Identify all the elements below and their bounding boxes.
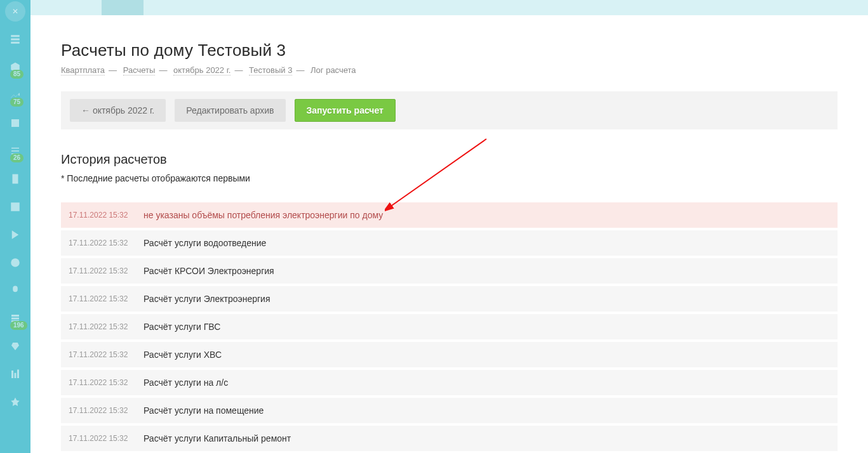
log-msg: Расчёт услуги Капитальный ремонт [144,433,291,443]
log-time: 17.11.2022 15:32 [69,322,144,331]
breadcrumb-4: Лог расчета [310,65,356,75]
log-time: 17.11.2022 15:32 [69,294,144,303]
run-calculation-button[interactable]: Запустить расчет [295,99,396,122]
sidebar-item-4[interactable]: 26 [0,137,30,165]
top-band [30,0,868,15]
sidebar-item-7[interactable] [0,221,30,249]
history-list: 17.11.2022 15:32не указаны объёмы потреб… [61,202,838,453]
log-msg: не указаны объёмы потребления электроэне… [144,210,383,220]
back-button[interactable]: ← октябрь 2022 г. [70,99,166,122]
log-time: 17.11.2022 15:32 [69,378,144,387]
sidebar-badge-0: 85 [10,70,23,79]
breadcrumb-2[interactable]: октябрь 2022 г. [173,65,230,76]
log-msg: Расчёт услуги на помещение [144,405,264,416]
sidebar-item-12[interactable] [0,360,30,388]
sidebar-item-9[interactable] [0,277,30,305]
sidebar-item-8[interactable] [0,249,30,277]
breadcrumb-0[interactable]: Квартплата [61,65,105,76]
edit-archive-button[interactable]: Редактировать архив [175,99,285,122]
log-msg: Расчёт услуги ГВС [144,322,220,332]
close-icon[interactable]: ✕ [5,1,25,22]
sidebar-item-6[interactable] [0,193,30,221]
log-time: 17.11.2022 15:32 [69,350,144,359]
log-time: 17.11.2022 15:32 [69,211,144,220]
sidebar-item-11[interactable] [0,332,30,360]
log-row[interactable]: 17.11.2022 15:32Расчёт услуги водоотведе… [61,230,838,256]
log-row[interactable]: 17.11.2022 15:32не указаны объёмы потреб… [61,202,838,228]
history-note: * Последние расчеты отображаются первыми [61,173,838,183]
sidebar-badge-3: 196 [10,321,27,330]
log-row[interactable]: 17.11.2022 15:32Расчёт услуги ГВС [61,314,838,339]
log-time: 17.11.2022 15:32 [69,406,144,415]
log-msg: Расчёт услуги ХВС [144,350,222,360]
sidebar: ✕ 85 75 26 196 [0,0,30,453]
history-title: История расчетов [61,152,838,167]
log-msg: Расчёт услуги водоотведение [144,238,266,248]
svg-point-0 [11,258,20,267]
log-row[interactable]: 17.11.2022 15:32Расчёт услуги Электроэне… [61,286,838,312]
active-tab[interactable] [102,0,144,15]
page-title: Расчеты по дому Тестовый 3 [61,41,838,60]
log-msg: Расчёт услуги Электроэнергия [144,294,270,304]
sidebar-item-1[interactable]: 85 [0,53,30,81]
sidebar-item-10[interactable]: 196 [0,305,30,332]
sidebar-badge-1: 75 [10,98,23,107]
sidebar-item-0[interactable] [0,25,30,53]
sidebar-item-3[interactable] [0,109,30,137]
log-msg: Расчёт услуги на л/с [144,378,228,388]
sidebar-item-5[interactable] [0,165,30,193]
breadcrumb-3[interactable]: Тестовый 3 [249,65,292,76]
log-row[interactable]: 17.11.2022 15:32Расчёт услуги на л/с [61,370,838,395]
log-time: 17.11.2022 15:32 [69,434,144,443]
toolbar: ← октябрь 2022 г. Редактировать архив За… [61,91,838,129]
sidebar-item-2[interactable]: 75 [0,81,30,109]
log-row[interactable]: 17.11.2022 15:32Расчёт услуги на помещен… [61,398,838,423]
log-msg: Расчёт КРСОИ Электроэнергия [144,266,274,276]
breadcrumb-1[interactable]: Расчеты [123,65,156,76]
sidebar-item-13[interactable] [0,388,30,416]
log-row[interactable]: 17.11.2022 15:32Расчёт услуги ХВС [61,342,838,367]
log-row[interactable]: 17.11.2022 15:32Расчёт КРСОИ Электроэнер… [61,258,838,284]
log-time: 17.11.2022 15:32 [69,239,144,247]
log-row[interactable]: 17.11.2022 15:32Расчёт услуги Капитальны… [61,426,838,451]
sidebar-badge-2: 26 [10,154,23,162]
log-time: 17.11.2022 15:32 [69,266,144,275]
breadcrumb: Квартплата— Расчеты— октябрь 2022 г.— Те… [61,65,838,75]
